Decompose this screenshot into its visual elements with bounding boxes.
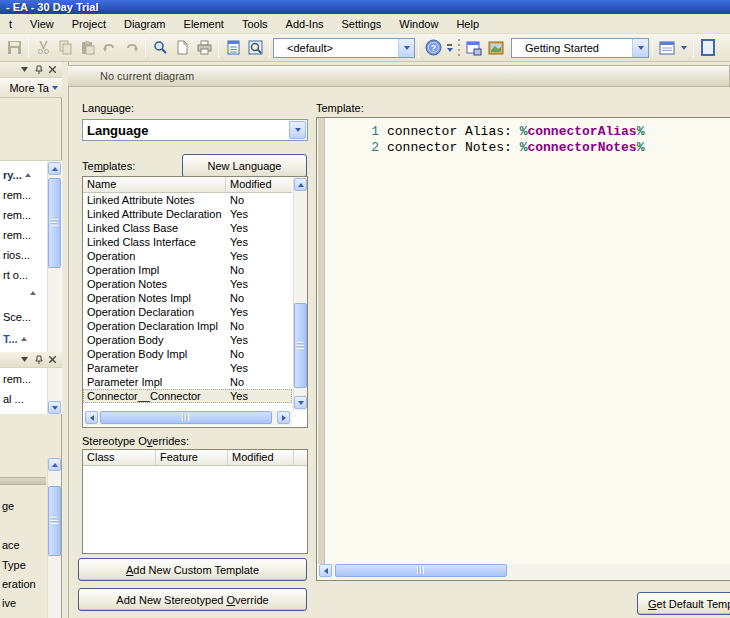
template-row[interactable]: Operation NotesYes bbox=[83, 277, 292, 291]
template-row[interactable]: Linked Attribute NotesNo bbox=[83, 193, 292, 207]
paste-button[interactable] bbox=[76, 37, 98, 59]
scroll-left-button[interactable] bbox=[85, 411, 98, 424]
scrollbar-thumb[interactable] bbox=[294, 303, 307, 388]
scroll-down-button[interactable] bbox=[48, 401, 61, 414]
list-item[interactable]: rem... bbox=[3, 229, 31, 241]
scroll-left-button[interactable] bbox=[319, 564, 332, 577]
menu-diagram[interactable]: Diagram bbox=[115, 16, 175, 32]
column-header-name[interactable]: Name bbox=[83, 177, 226, 192]
menu-settings[interactable]: Settings bbox=[333, 16, 391, 32]
window-titlebar[interactable]: - EA - 30 Day Trial bbox=[0, 0, 730, 14]
print-button[interactable] bbox=[193, 37, 215, 59]
list-item[interactable]: al ... bbox=[3, 393, 24, 405]
editor-hscrollbar[interactable] bbox=[318, 564, 730, 579]
menu-view[interactable]: View bbox=[21, 16, 63, 32]
redo-button[interactable] bbox=[120, 37, 142, 59]
scroll-up-button[interactable] bbox=[48, 162, 61, 175]
list-item[interactable]: rem... bbox=[3, 373, 31, 385]
close-icon[interactable] bbox=[48, 355, 57, 364]
tasks-scrollbar[interactable] bbox=[47, 162, 61, 414]
copy-button[interactable] bbox=[54, 37, 76, 59]
template-row[interactable]: Operation Declaration ImplNo bbox=[83, 319, 292, 333]
toolbox-item[interactable]: ge bbox=[2, 500, 14, 512]
scrollbar-thumb[interactable] bbox=[48, 486, 61, 556]
section-collapse[interactable] bbox=[30, 291, 36, 295]
toolbox-item[interactable]: Type bbox=[2, 559, 26, 571]
toolbox-item[interactable]: ace bbox=[2, 539, 20, 551]
save-button[interactable] bbox=[3, 37, 25, 59]
chevron-down-icon[interactable] bbox=[20, 355, 29, 364]
default-style-combo[interactable]: <default> bbox=[273, 38, 415, 58]
template-row[interactable]: Linked Class InterfaceYes bbox=[83, 235, 292, 249]
more-tasks-button[interactable]: More Ta bbox=[0, 78, 62, 98]
list-item[interactable]: rem... bbox=[3, 189, 31, 201]
view-list-dropdown-icon[interactable] bbox=[681, 46, 687, 50]
template-row[interactable]: Operation Body ImplNo bbox=[83, 347, 292, 361]
get-default-template-button[interactable]: Get Default Temp bbox=[637, 592, 730, 615]
language-combo[interactable]: Language bbox=[82, 119, 308, 141]
list-item[interactable]: Sce... bbox=[3, 311, 31, 323]
templates-vscrollbar[interactable] bbox=[293, 177, 307, 411]
column-header-modified[interactable]: Modified bbox=[226, 177, 292, 192]
diagram-tab-bar[interactable]: No current diagram bbox=[68, 65, 730, 87]
template-row[interactable]: Linked Attribute DeclarationYes bbox=[83, 207, 292, 221]
list-item[interactable]: rt o... bbox=[3, 269, 28, 281]
menu-help[interactable]: Help bbox=[447, 16, 488, 32]
template-row[interactable]: Parameter ImplNo bbox=[83, 375, 292, 389]
pin-icon[interactable] bbox=[34, 65, 43, 74]
scroll-up-button[interactable] bbox=[48, 458, 61, 471]
help-button[interactable]: ? bbox=[422, 37, 444, 59]
element-list-button[interactable] bbox=[222, 37, 244, 59]
menu-window[interactable]: Window bbox=[390, 16, 447, 32]
scroll-up-button[interactable] bbox=[294, 178, 307, 191]
scroll-right-button[interactable] bbox=[277, 411, 290, 424]
code-line[interactable]: 2connector Notes: %connectorNotes% bbox=[327, 140, 644, 156]
close-icon[interactable] bbox=[48, 65, 57, 74]
menu-project[interactable]: Project bbox=[63, 16, 115, 32]
template-row[interactable]: Operation BodyYes bbox=[83, 333, 292, 347]
view-list-button[interactable] bbox=[656, 37, 678, 59]
add-new-custom-template-button[interactable]: Add New Custom Template bbox=[78, 558, 307, 581]
column-header-modified[interactable]: Modified bbox=[228, 450, 294, 465]
scrollbar-thumb[interactable] bbox=[100, 411, 272, 424]
code-line[interactable]: 1connector Alias: %connectorAlias% bbox=[327, 124, 644, 140]
list-item[interactable]: T... bbox=[3, 333, 27, 345]
template-row[interactable]: Operation DeclarationYes bbox=[83, 305, 292, 319]
new-document-button[interactable] bbox=[171, 37, 193, 59]
toolbox-item[interactable]: eration bbox=[2, 578, 36, 590]
toolbar-overflow-button[interactable] bbox=[444, 37, 455, 59]
template-code-editor[interactable]: 1connector Alias: %connectorAlias% 2conn… bbox=[316, 117, 730, 581]
add-new-stereotyped-override-button[interactable]: Add New Stereotyped Override bbox=[78, 588, 307, 611]
combo-dropdown-button[interactable] bbox=[289, 121, 306, 139]
list-item[interactable]: rios... bbox=[3, 249, 30, 261]
pin-icon[interactable] bbox=[34, 355, 43, 364]
menu-addins[interactable]: Add-Ins bbox=[277, 16, 333, 32]
column-header-feature[interactable]: Feature bbox=[156, 450, 228, 465]
template-row[interactable]: ParameterYes bbox=[83, 361, 292, 375]
toolbox-scrollbar[interactable] bbox=[47, 458, 61, 618]
template-row[interactable]: Operation ImplNo bbox=[83, 263, 292, 277]
find-button[interactable] bbox=[149, 37, 171, 59]
scrollbar-thumb[interactable] bbox=[335, 564, 507, 577]
combo-dropdown-button[interactable] bbox=[632, 39, 648, 57]
list-item[interactable]: ry... bbox=[3, 169, 31, 181]
template-row[interactable]: Operation Notes ImplNo bbox=[83, 291, 292, 305]
scroll-down-button[interactable] bbox=[294, 396, 307, 409]
document-button[interactable] bbox=[697, 37, 719, 59]
column-header-class[interactable]: Class bbox=[83, 450, 156, 465]
chevron-down-icon[interactable] bbox=[20, 65, 29, 74]
new-language-button[interactable]: New Language bbox=[182, 154, 307, 178]
start-page-button[interactable] bbox=[485, 37, 507, 59]
scrollbar-thumb[interactable] bbox=[48, 178, 61, 268]
menu-edit-partial[interactable]: t bbox=[0, 16, 21, 32]
toolbox-item[interactable]: ive bbox=[2, 597, 16, 609]
code-area[interactable]: 1connector Alias: %connectorAlias% 2conn… bbox=[327, 124, 644, 156]
template-row[interactable]: OperationYes bbox=[83, 249, 292, 263]
getting-started-combo[interactable]: Getting Started bbox=[511, 38, 649, 58]
combo-dropdown-button[interactable] bbox=[398, 39, 414, 57]
model-search-button[interactable] bbox=[244, 37, 266, 59]
templates-list[interactable]: Name Modified Linked Attribute NotesNo L… bbox=[82, 176, 308, 428]
templates-hscrollbar[interactable] bbox=[84, 411, 292, 426]
list-item[interactable]: rem... bbox=[3, 209, 31, 221]
model-views-button[interactable] bbox=[463, 37, 485, 59]
